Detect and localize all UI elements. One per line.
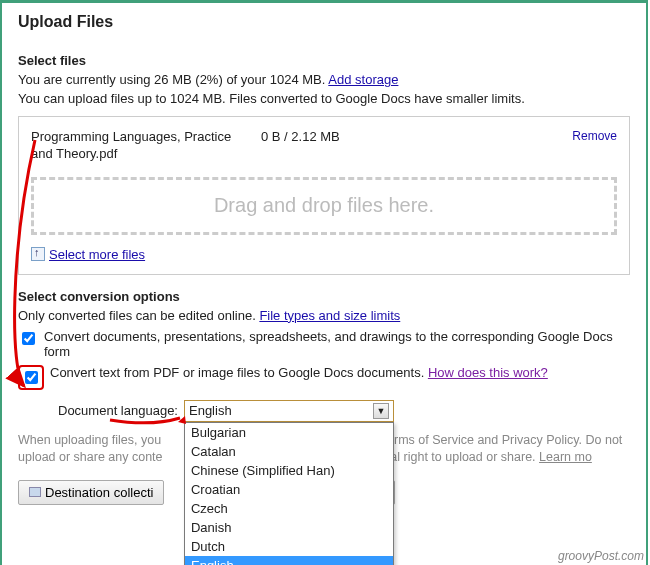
upload-dialog: Upload Files Select files You are curren… [0,0,648,565]
folder-icon [29,487,41,497]
watermark: groovyPost.com [558,549,644,563]
document-language-label: Document language: [58,403,178,418]
upload-limit-hint: You can upload files up to 1024 MB. File… [18,91,630,106]
language-option[interactable]: English [185,556,393,565]
conversion-heading: Select conversion options [18,289,630,304]
file-progress: 0 B / 2.12 MB [261,129,411,144]
add-storage-link[interactable]: Add storage [328,72,398,87]
storage-usage-line: You are currently using 26 MB (2%) of yo… [18,72,630,87]
language-option[interactable]: Bulgarian [185,423,393,442]
language-option[interactable]: Czech [185,499,393,518]
file-types-link[interactable]: File types and size limits [259,308,400,323]
file-name: Programming Languages, Practice and Theo… [31,129,261,163]
file-list-panel: Programming Languages, Practice and Theo… [18,116,630,275]
file-row: Programming Languages, Practice and Theo… [31,127,617,173]
select-more-files[interactable]: Select more files [31,247,617,262]
checkbox-highlight [18,365,44,390]
destination-collection-button[interactable]: Destination collecti [18,480,164,505]
language-select-box[interactable]: English ▼ [184,400,394,422]
dialog-title: Upload Files [18,13,630,31]
how-does-this-work-link[interactable]: How does this work? [428,365,548,380]
language-select[interactable]: English ▼ Bulgarian Catalan Chinese (Sim… [184,400,394,422]
upload-icon [31,247,45,261]
convert-docs-checkbox[interactable] [22,332,35,345]
only-converted-hint: Only converted files can be edited onlin… [18,308,630,323]
select-files-heading: Select files [18,53,630,68]
language-option[interactable]: Dutch [185,537,393,556]
chevron-down-icon: ▼ [373,403,389,419]
convert-pdf-label: Convert text from PDF or image files to … [50,365,630,380]
document-language-row: Document language: English ▼ Bulgarian C… [58,400,630,422]
language-option[interactable]: Croatian [185,480,393,499]
convert-pdf-option: Convert text from PDF or image files to … [18,365,630,390]
select-more-files-link[interactable]: Select more files [49,247,145,262]
convert-docs-label: Convert documents, presentations, spread… [44,329,630,359]
dialog-header: Upload Files [2,3,646,39]
language-option[interactable]: Chinese (Simplified Han) [185,461,393,480]
learn-more-link[interactable]: Learn mo [539,450,592,464]
dropzone[interactable]: Drag and drop files here. [31,177,617,235]
language-selected-value: English [189,403,373,418]
language-option[interactable]: Catalan [185,442,393,461]
language-option[interactable]: Danish [185,518,393,537]
language-dropdown[interactable]: Bulgarian Catalan Chinese (Simplified Ha… [184,422,394,565]
file-remove-link[interactable]: Remove [572,129,617,143]
convert-docs-option: Convert documents, presentations, spread… [18,329,630,359]
convert-pdf-checkbox[interactable] [25,371,38,384]
